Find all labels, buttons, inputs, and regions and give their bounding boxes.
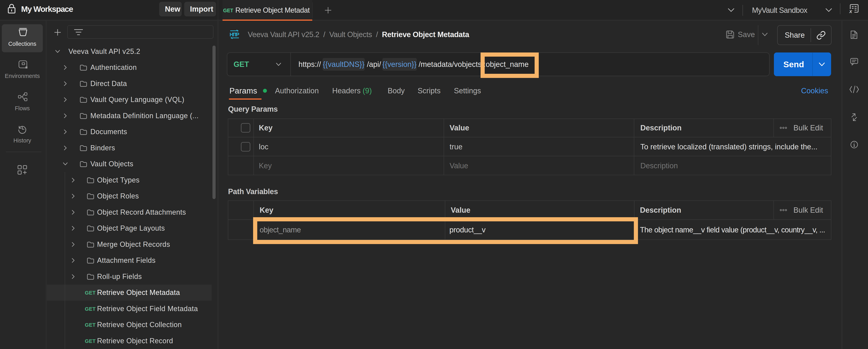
svg-text:x: x	[849, 8, 852, 14]
svg-text:HTTP: HTTP	[229, 32, 239, 37]
